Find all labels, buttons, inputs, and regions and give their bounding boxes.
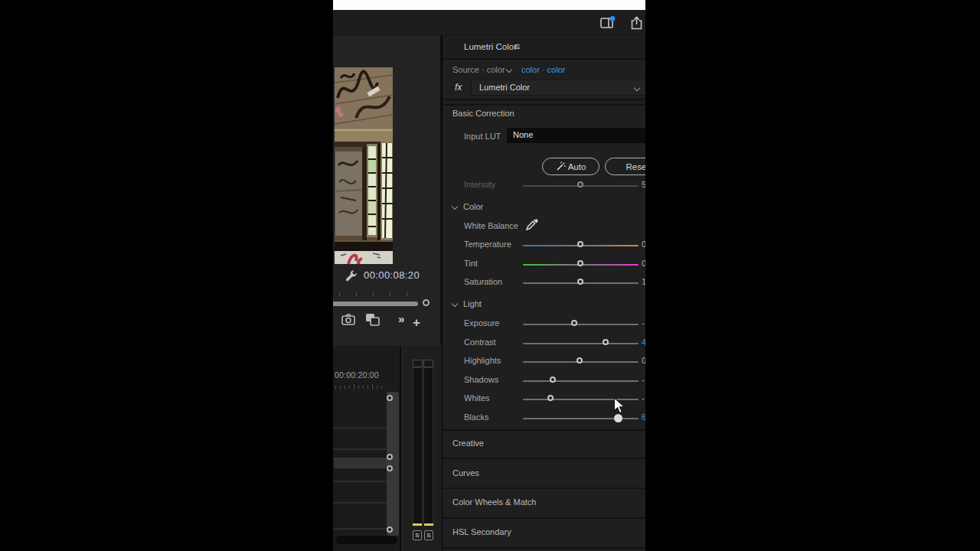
scrubber-tick — [339, 292, 340, 296]
section-color-wheels-match-label: Color Wheels & Match — [452, 497, 536, 507]
wrench-settings-icon[interactable] — [345, 269, 358, 282]
temperature-value[interactable]: 0 — [642, 240, 645, 249]
effect-dropdown[interactable]: Lumetri Color — [471, 80, 645, 96]
timeline-clip[interactable] — [334, 458, 387, 468]
intensity-value[interactable]: 5 — [642, 180, 645, 189]
track-divider — [333, 528, 387, 530]
section-creative[interactable]: Creative — [443, 433, 645, 456]
top-white-strip — [333, 0, 645, 10]
timeline-panel: 00:00:20:00 — [333, 346, 401, 551]
zoom-scroll-knob[interactable] — [423, 299, 430, 306]
lumetri-color-panel: Lumetri Color ≡ Source · color color · c… — [442, 35, 645, 551]
group-light-label[interactable]: Light — [463, 299, 482, 308]
audio-meter-left — [413, 367, 423, 525]
slider-row-tint: Tint 0 — [443, 256, 645, 272]
temperature-slider[interactable] — [523, 245, 639, 246]
workspace-switcher-icon[interactable] — [600, 16, 616, 32]
slider-handle[interactable] — [577, 181, 583, 187]
group-color-label[interactable]: Color — [463, 202, 483, 211]
chevron-down-icon[interactable] — [506, 67, 512, 73]
temperature-label: Temperature — [464, 240, 511, 249]
tint-slider[interactable] — [523, 264, 639, 266]
saturation-slider[interactable] — [523, 282, 639, 284]
solo-button-left[interactable]: S — [413, 530, 422, 540]
tint-label: Tint — [464, 259, 478, 268]
share-export-icon[interactable] — [630, 16, 643, 33]
track-divider — [333, 502, 387, 504]
shadows-slider[interactable] — [523, 380, 639, 382]
scrubber-tick — [407, 292, 407, 296]
exposure-label: Exposure — [464, 318, 499, 328]
panel-menu-icon[interactable]: ≡ — [514, 41, 520, 53]
program-timecode[interactable]: 00:00:08:20 — [364, 269, 420, 281]
highlights-label: Highlights — [464, 356, 501, 365]
slider-row-temperature: Temperature 0 — [443, 236, 645, 253]
slider-handle[interactable] — [603, 339, 609, 345]
exposure-slider[interactable] — [523, 324, 639, 325]
keyframe-dot[interactable] — [387, 395, 393, 401]
divider — [443, 487, 645, 489]
reset-button[interactable]: Reset — [605, 158, 645, 175]
ruler-tick — [377, 386, 377, 389]
ruler-tick — [349, 386, 350, 389]
slider-handle[interactable] — [550, 377, 556, 383]
tab-lumetri-color[interactable]: Lumetri Color — [464, 42, 517, 51]
highlights-value[interactable]: 0 — [642, 356, 645, 365]
slider-handle[interactable] — [577, 241, 583, 247]
shadows-value[interactable]: - — [642, 375, 645, 384]
auto-button-label: Auto — [568, 162, 586, 171]
divider — [443, 458, 645, 459]
slider-handle[interactable] — [577, 357, 583, 364]
intensity-slider[interactable] — [523, 185, 639, 187]
program-video-frame[interactable] — [335, 67, 393, 264]
tab-source-color[interactable]: Source · color — [452, 65, 505, 74]
contrast-value[interactable]: 4 — [642, 337, 645, 347]
divider — [443, 104, 645, 106]
section-basic-correction[interactable]: Basic Correction — [452, 109, 514, 118]
section-hsl-secondary[interactable]: HSL Secondary — [443, 522, 645, 545]
slider-row-saturation: Saturation 1 — [443, 274, 645, 291]
scrubber-tick — [356, 292, 357, 296]
eyedropper-icon[interactable] — [525, 217, 539, 231]
highlights-slider[interactable] — [523, 361, 639, 363]
timeline-scrollbar[interactable] — [335, 536, 397, 544]
slider-handle[interactable] — [577, 260, 583, 266]
slider-handle[interactable] — [614, 414, 622, 422]
app-header-bar — [333, 10, 645, 35]
auto-button[interactable]: Auto — [542, 158, 599, 175]
saturation-value[interactable]: 1 — [642, 277, 645, 286]
input-lut-dropdown[interactable]: None — [507, 128, 645, 143]
collapse-light-chevron-icon[interactable] — [452, 301, 458, 307]
audio-level-indicator — [413, 523, 422, 526]
button-editor-add-icon[interactable]: + — [413, 315, 420, 331]
scrubber-tick — [390, 292, 390, 296]
section-curves[interactable]: Curves — [443, 463, 645, 486]
keyframe-dot[interactable] — [387, 465, 393, 471]
keyframe-dot[interactable] — [387, 454, 393, 460]
more-buttons-chevron-icon[interactable]: » — [398, 312, 403, 325]
zoom-scroll-bar[interactable] — [333, 302, 418, 306]
divider — [443, 517, 645, 519]
slider-handle[interactable] — [547, 395, 554, 401]
keyframe-dot[interactable] — [387, 527, 393, 533]
slider-handle[interactable] — [571, 320, 577, 326]
clip-breadcrumb-row: Source · color color · color — [443, 60, 645, 80]
solo-button-right[interactable]: S — [424, 530, 433, 540]
contrast-slider[interactable] — [523, 343, 639, 344]
exposure-value[interactable]: - — [642, 318, 645, 328]
slider-handle[interactable] — [577, 279, 583, 285]
effect-dropdown-value: Lumetri Color — [479, 83, 530, 92]
program-timecode-row: 00:00:08:20 — [333, 269, 440, 284]
export-frame-camera-icon[interactable] — [341, 314, 355, 325]
section-color-wheels-match[interactable]: Color Wheels & Match — [443, 492, 645, 515]
timeline-ruler-timecode[interactable]: 00:00:20:00 — [335, 370, 379, 380]
tint-value[interactable]: 0 — [642, 259, 645, 268]
collapse-color-chevron-icon[interactable] — [452, 204, 458, 210]
whites-value[interactable]: - — [642, 393, 645, 403]
tab-clip-color[interactable]: color · color — [521, 65, 565, 74]
slider-row-intensity: Intensity 5 — [443, 177, 645, 194]
audio-meters-panel: S S — [403, 346, 442, 551]
comparison-view-icon[interactable] — [365, 313, 381, 326]
blacks-slider[interactable] — [523, 418, 639, 419]
blacks-value[interactable]: 6 — [642, 412, 645, 422]
